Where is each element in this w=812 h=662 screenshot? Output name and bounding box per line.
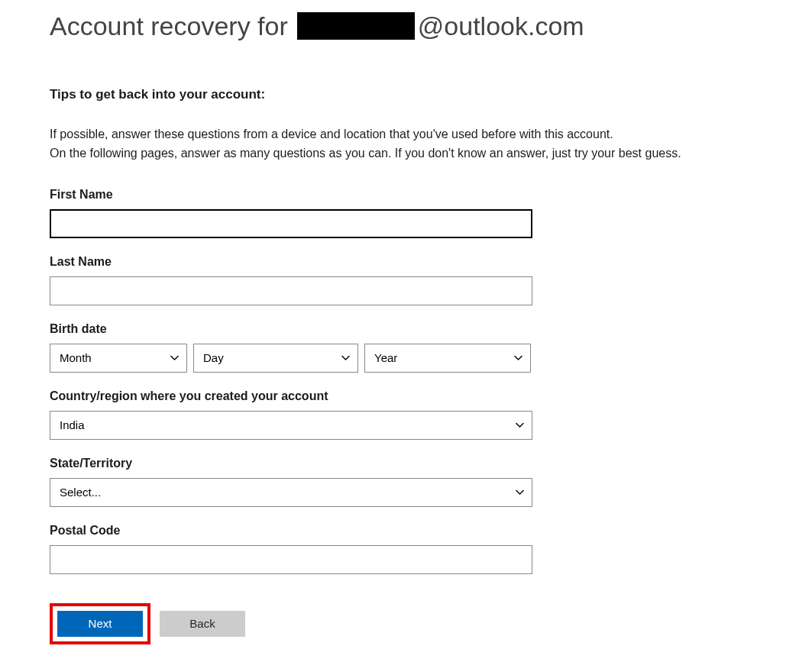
tips-line-1: If possible, answer these questions from… <box>50 128 613 140</box>
first-name-input[interactable] <box>50 209 532 238</box>
birth-day-select[interactable]: Day <box>193 344 358 373</box>
postal-code-label: Postal Code <box>50 524 762 538</box>
tips-text: If possible, answer these questions from… <box>50 125 762 163</box>
postal-code-input[interactable] <box>50 545 532 574</box>
state-label: State/Territory <box>50 457 762 470</box>
country-select[interactable]: India <box>50 411 532 440</box>
birth-month-select[interactable]: Month <box>50 344 187 373</box>
tips-line-2: On the following pages, answer as many q… <box>50 147 681 160</box>
birth-date-label: Birth date <box>50 322 762 336</box>
birth-year-select[interactable]: Year <box>364 344 531 373</box>
redacted-email-user <box>297 12 415 40</box>
tips-heading: Tips to get back into your account: <box>50 87 762 102</box>
back-button[interactable]: Back <box>160 611 245 637</box>
title-prefix: Account recovery for <box>50 11 288 41</box>
last-name-label: Last Name <box>50 255 762 269</box>
email-suffix: @outlook.com <box>418 11 584 41</box>
next-button[interactable]: Next <box>57 611 143 637</box>
country-label: Country/region where you created your ac… <box>50 389 762 403</box>
next-button-highlight: Next <box>50 603 150 644</box>
page-title: Account recovery for @outlook.com <box>50 8 762 41</box>
first-name-label: First Name <box>50 188 762 202</box>
last-name-input[interactable] <box>50 276 532 305</box>
state-select[interactable]: Select... <box>50 478 532 507</box>
